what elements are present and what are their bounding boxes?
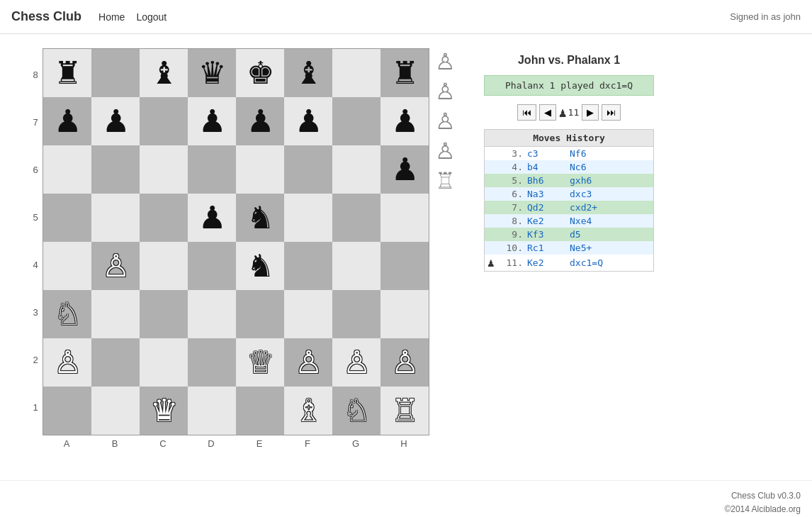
cell-B6[interactable] (91, 145, 140, 194)
cell-H2[interactable]: ♙ (380, 338, 429, 387)
move-black[interactable]: Nxe4 (565, 216, 611, 226)
cell-D4[interactable] (188, 242, 236, 290)
cell-E4[interactable]: ♞ (236, 242, 284, 290)
cell-C7[interactable] (140, 97, 188, 145)
move-row[interactable]: 8.Ke2Nxe4 (485, 214, 653, 228)
cell-H4[interactable] (380, 242, 429, 290)
move-black[interactable]: dxc3 (565, 189, 611, 199)
cell-F6[interactable] (284, 145, 332, 194)
cell-A7[interactable]: ♟ (43, 97, 91, 145)
nav-logout[interactable]: Logout (136, 11, 167, 23)
cell-D2[interactable] (188, 338, 236, 387)
cell-D1[interactable] (188, 387, 236, 435)
cell-F5[interactable] (284, 194, 332, 242)
cell-E2[interactable]: ♕ (236, 338, 284, 387)
cell-A8[interactable]: ♜ (43, 49, 91, 97)
cell-A1[interactable] (43, 387, 91, 435)
cell-C6[interactable] (140, 145, 188, 194)
move-white[interactable]: Rc1 (523, 243, 565, 253)
cell-A6[interactable] (43, 145, 91, 194)
next-move-button[interactable]: ▶ (582, 104, 599, 121)
cell-C2[interactable] (140, 338, 188, 387)
move-row[interactable]: 9.Kf3d5 (485, 228, 653, 241)
cell-E7[interactable]: ♟ (236, 97, 284, 145)
nav-home[interactable]: Home (98, 11, 125, 23)
move-black[interactable]: gxh6 (565, 175, 611, 186)
move-black[interactable]: cxd2+ (565, 202, 611, 213)
cell-B2[interactable] (91, 338, 140, 387)
cell-D8[interactable]: ♛ (188, 49, 236, 97)
cell-D3[interactable] (188, 290, 236, 338)
move-white[interactable]: c3 (523, 148, 565, 159)
cell-E8[interactable]: ♚ (236, 49, 284, 97)
cell-H3[interactable] (380, 290, 429, 338)
move-white[interactable]: Qd2 (523, 202, 565, 213)
move-white[interactable]: Kf3 (523, 229, 565, 240)
cell-H7[interactable]: ♟ (380, 97, 429, 145)
cell-C3[interactable] (140, 290, 188, 338)
cell-B3[interactable] (91, 290, 140, 338)
cell-G7[interactable] (332, 97, 380, 145)
cell-B1[interactable] (91, 387, 140, 435)
move-white[interactable]: Na3 (523, 189, 565, 199)
cell-F1[interactable]: ♗ (284, 387, 332, 435)
cell-B4[interactable]: ♙ (91, 242, 140, 290)
cell-H8[interactable]: ♜ (380, 49, 429, 97)
cell-C1[interactable]: ♛ (140, 387, 188, 435)
move-black[interactable]: Nf6 (565, 148, 611, 159)
cell-C5[interactable] (140, 194, 188, 242)
cell-F4[interactable] (284, 242, 332, 290)
move-row[interactable]: 10.Rc1Ne5+ (485, 241, 653, 255)
move-black[interactable]: Nc6 (565, 162, 611, 172)
cell-E1[interactable] (236, 387, 284, 435)
prev-move-button[interactable]: ◀ (539, 104, 556, 121)
cell-B8[interactable] (91, 49, 140, 97)
move-row[interactable]: 6.Na3dxc3 (485, 187, 653, 201)
cell-G4[interactable] (332, 242, 380, 290)
cell-G3[interactable] (332, 290, 380, 338)
move-white[interactable]: Bh6 (523, 175, 565, 186)
cell-A2[interactable]: ♙ (43, 338, 91, 387)
move-black[interactable]: Ne5+ (565, 243, 611, 253)
cell-C8[interactable]: ♝ (140, 49, 188, 97)
first-move-button[interactable]: ⏮ (517, 104, 536, 121)
move-black[interactable]: d5 (565, 229, 611, 240)
cell-E3[interactable] (236, 290, 284, 338)
cell-D6[interactable] (188, 145, 236, 194)
move-row[interactable]: 7.Qd2cxd2+ (485, 201, 653, 214)
move-row[interactable]: 4.b4Nc6 (485, 160, 653, 174)
cell-B7[interactable]: ♟ (91, 97, 140, 145)
cell-F3[interactable] (284, 290, 332, 338)
cell-F7[interactable]: ♟ (284, 97, 332, 145)
chess-board[interactable]: ♜♝♛♚♝♜♟♟♟♟♟♟♟♟♞♙♞♘♙♕♙♙♙♛♗♘♖ (43, 48, 429, 435)
move-row[interactable]: 5.Bh6gxh6 (485, 174, 653, 187)
move-white[interactable]: Ke2 (523, 257, 565, 268)
cell-A5[interactable] (43, 194, 91, 242)
cell-G6[interactable] (332, 145, 380, 194)
cell-E5[interactable]: ♞ (236, 194, 284, 242)
move-row[interactable]: 3.c3Nf6 (485, 147, 653, 160)
cell-H1[interactable]: ♖ (380, 387, 429, 435)
cell-H6[interactable]: ♟ (380, 145, 429, 194)
cell-H5[interactable] (380, 194, 429, 242)
cell-D5[interactable]: ♟ (188, 194, 236, 242)
move-white[interactable]: Ke2 (523, 216, 565, 226)
cell-F2[interactable]: ♙ (284, 338, 332, 387)
move-black[interactable]: dxc1=Q (565, 257, 611, 268)
cell-G8[interactable] (332, 49, 380, 97)
move-row[interactable]: ♟11.Ke2dxc1=Q (485, 255, 653, 271)
move-white[interactable]: b4 (523, 162, 565, 172)
cell-G5[interactable] (332, 194, 380, 242)
cell-F8[interactable]: ♝ (284, 49, 332, 97)
cell-A4[interactable] (43, 242, 91, 290)
moves-list[interactable]: 3.c3Nf64.b4Nc65.Bh6gxh66.Na3dxc37.Qd2cxd… (485, 147, 653, 271)
cell-G1[interactable]: ♘ (332, 387, 380, 435)
cell-D7[interactable]: ♟ (188, 97, 236, 145)
last-move-button[interactable]: ⏭ (602, 104, 621, 121)
cell-G2[interactable]: ♙ (332, 338, 380, 387)
cell-E6[interactable] (236, 145, 284, 194)
cell-C4[interactable] (140, 242, 188, 290)
cell-B5[interactable] (91, 194, 140, 242)
app-brand[interactable]: Chess Club (11, 9, 81, 24)
cell-A3[interactable]: ♘ (43, 290, 91, 338)
